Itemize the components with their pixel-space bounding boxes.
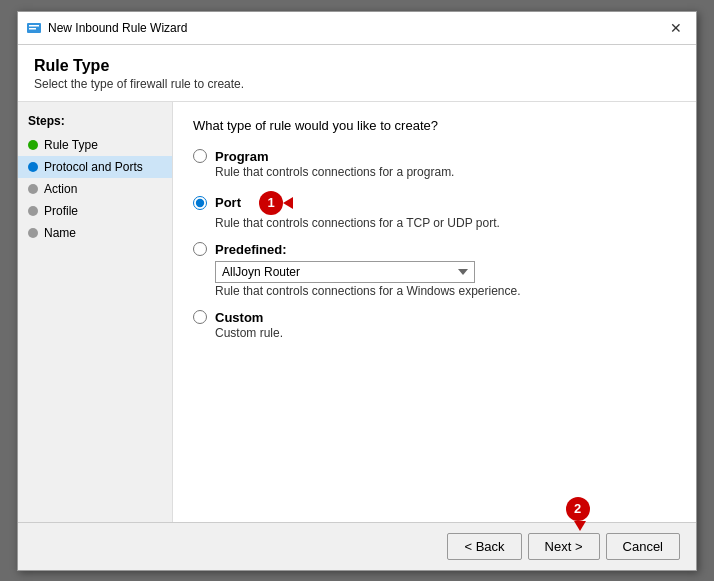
option-predefined-row: Predefined: xyxy=(193,242,676,257)
sidebar-label-rule-type: Rule Type xyxy=(44,138,98,152)
option-custom-label[interactable]: Custom xyxy=(215,310,263,325)
option-program-row: Program xyxy=(193,149,676,164)
svg-rect-1 xyxy=(29,25,39,27)
sidebar-dot-rule-type xyxy=(28,140,38,150)
radio-custom[interactable] xyxy=(193,310,207,324)
option-port: Port 1 Rule that controls connections fo… xyxy=(193,191,676,230)
option-custom-desc: Custom rule. xyxy=(215,326,676,340)
radio-program[interactable] xyxy=(193,149,207,163)
annotation-badge-2: 2 xyxy=(566,497,590,521)
page-title: Rule Type xyxy=(34,57,680,75)
sidebar-dot-action xyxy=(28,184,38,194)
annotation-badge-1: 1 xyxy=(259,191,283,215)
sidebar-steps-label: Steps: xyxy=(18,114,172,134)
option-predefined: Predefined: AllJoyn Router Rule that con… xyxy=(193,242,676,298)
option-custom-row: Custom xyxy=(193,310,676,325)
page-subtitle: Select the type of firewall rule to crea… xyxy=(34,77,680,91)
option-custom: Custom Custom rule. xyxy=(193,310,676,340)
footer: < Back 2 Next > Cancel xyxy=(18,522,696,570)
svg-rect-2 xyxy=(29,28,36,30)
title-bar-text: New Inbound Rule Wizard xyxy=(48,21,658,35)
next-button-container: 2 Next > xyxy=(528,533,600,560)
next-button[interactable]: Next > xyxy=(528,533,600,560)
option-program-desc: Rule that controls connections for a pro… xyxy=(215,165,676,179)
radio-group: Program Rule that controls connections f… xyxy=(193,149,676,340)
sidebar: Steps: Rule Type Protocol and Ports Acti… xyxy=(18,102,173,522)
sidebar-item-protocol-ports[interactable]: Protocol and Ports xyxy=(18,156,172,178)
option-port-row: Port 1 xyxy=(193,191,676,215)
back-button[interactable]: < Back xyxy=(447,533,521,560)
predefined-dropdown-row: AllJoyn Router xyxy=(215,261,676,283)
radio-predefined[interactable] xyxy=(193,242,207,256)
sidebar-label-profile: Profile xyxy=(44,204,78,218)
sidebar-item-rule-type[interactable]: Rule Type xyxy=(18,134,172,156)
sidebar-dot-profile xyxy=(28,206,38,216)
sidebar-item-action[interactable]: Action xyxy=(18,178,172,200)
sidebar-label-protocol-ports: Protocol and Ports xyxy=(44,160,143,174)
wizard-window: New Inbound Rule Wizard ✕ Rule Type Sele… xyxy=(17,11,697,571)
question-text: What type of rule would you like to crea… xyxy=(193,118,676,133)
sidebar-label-action: Action xyxy=(44,182,77,196)
option-port-label[interactable]: Port xyxy=(215,195,241,210)
sidebar-item-profile[interactable]: Profile xyxy=(18,200,172,222)
main-content: What type of rule would you like to crea… xyxy=(173,102,696,522)
predefined-select[interactable]: AllJoyn Router xyxy=(215,261,475,283)
sidebar-item-name[interactable]: Name xyxy=(18,222,172,244)
radio-port[interactable] xyxy=(193,196,207,210)
cancel-button[interactable]: Cancel xyxy=(606,533,680,560)
title-bar: New Inbound Rule Wizard ✕ xyxy=(18,12,696,45)
content-area: Steps: Rule Type Protocol and Ports Acti… xyxy=(18,102,696,522)
sidebar-label-name: Name xyxy=(44,226,76,240)
window-icon xyxy=(26,20,42,36)
option-program-label[interactable]: Program xyxy=(215,149,268,164)
page-header: Rule Type Select the type of firewall ru… xyxy=(18,45,696,102)
sidebar-dot-name xyxy=(28,228,38,238)
option-predefined-label[interactable]: Predefined: xyxy=(215,242,287,257)
close-button[interactable]: ✕ xyxy=(664,18,688,38)
option-program: Program Rule that controls connections f… xyxy=(193,149,676,179)
option-predefined-desc: Rule that controls connections for a Win… xyxy=(215,284,676,298)
option-port-desc: Rule that controls connections for a TCP… xyxy=(215,216,676,230)
sidebar-dot-protocol-ports xyxy=(28,162,38,172)
